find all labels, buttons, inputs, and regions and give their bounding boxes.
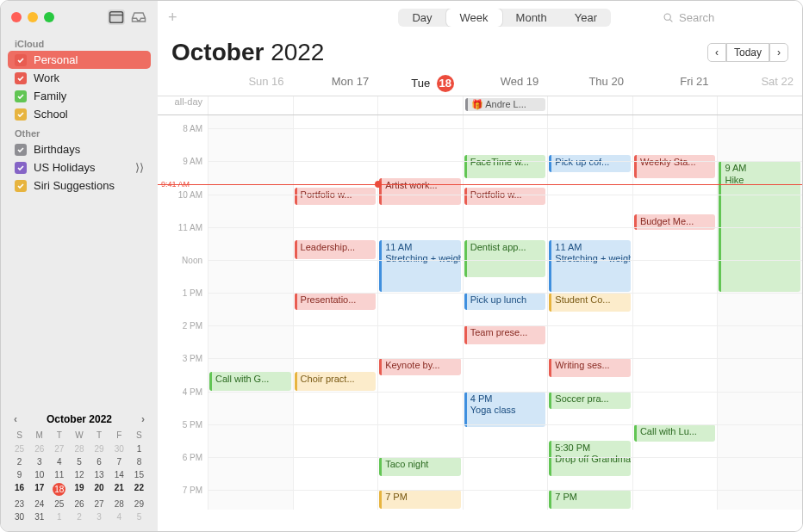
calendar-event[interactable]: Artist work...	[379, 178, 461, 205]
mini-cal-day[interactable]: 26	[29, 443, 49, 455]
day-column[interactable]: Weekly Sta...Budget Me...Call with Lu...	[632, 115, 718, 510]
mini-cal-day[interactable]: 29	[90, 443, 109, 455]
day-header[interactable]: Mon 17	[293, 75, 378, 92]
mini-cal-day[interactable]: 2	[69, 511, 89, 523]
mini-cal-day[interactable]: 5	[69, 456, 89, 467]
mini-cal-day[interactable]: 18	[49, 482, 69, 497]
mini-cal-day[interactable]: 21	[109, 482, 129, 497]
allday-cell[interactable]	[547, 96, 632, 114]
calendar-checkbox[interactable]	[15, 54, 27, 66]
mini-cal-next-button[interactable]: ›	[137, 413, 149, 425]
mini-cal-day[interactable]: 16	[9, 482, 29, 497]
day-header[interactable]: Thu 20	[547, 75, 632, 92]
calendar-event[interactable]: Team prese...	[464, 325, 546, 344]
calendar-event[interactable]: Dentist app...	[464, 240, 546, 277]
calendar-event[interactable]: Portfolio w...	[464, 188, 546, 205]
calendar-event[interactable]: Pick up lunch	[464, 293, 546, 310]
mini-cal-day[interactable]: 19	[69, 482, 89, 497]
calendar-event[interactable]: Portfolio w...	[295, 188, 377, 205]
mini-cal-day[interactable]: 11	[49, 469, 69, 480]
calendar-checkbox[interactable]	[15, 72, 27, 84]
mini-cal-day[interactable]: 15	[129, 469, 149, 480]
inbox-icon[interactable]	[130, 9, 147, 25]
mini-cal-day[interactable]: 17	[29, 482, 49, 497]
calendar-event[interactable]: 7 PM	[549, 490, 631, 509]
mini-cal-day[interactable]: 27	[90, 498, 109, 510]
calendar-list-item[interactable]: School	[8, 105, 151, 123]
mini-cal-day[interactable]: 24	[29, 498, 49, 510]
calendar-event[interactable]: Choir pract...	[295, 372, 377, 391]
day-column[interactable]: Portfolio w...Leadership...Presentatio..…	[293, 115, 378, 510]
calendar-event[interactable]: Keynote by...	[379, 358, 461, 375]
day-column[interactable]: Call with G...	[208, 115, 293, 510]
day-header[interactable]: Tue 18	[377, 75, 463, 92]
mini-cal-day[interactable]: 10	[29, 469, 49, 480]
mini-cal-day[interactable]: 30	[9, 511, 29, 523]
day-column[interactable]: FaceTime w...Portfolio w...Dentist app..…	[463, 115, 548, 510]
mini-cal-day[interactable]: 30	[109, 443, 129, 455]
calendar-event[interactable]: FaceTime w...	[464, 155, 546, 179]
calendar-event[interactable]: 11 AMStretching + weights	[379, 240, 461, 292]
day-column[interactable]: Artist work...11 AMStretching + weightsK…	[377, 115, 463, 510]
view-month-button[interactable]: Month	[502, 9, 561, 27]
week-grid[interactable]: 8 AM9 AM10 AM11 AMNoon1 PM2 PM3 PM4 PM5 …	[158, 115, 802, 510]
fullscreen-window-button[interactable]	[44, 12, 54, 22]
mini-cal-day[interactable]: 12	[69, 469, 89, 480]
day-header[interactable]: Sat 22	[717, 75, 802, 92]
calendar-event[interactable]: Soccer pra...	[549, 392, 631, 409]
mini-cal-day[interactable]: 8	[129, 456, 149, 467]
mini-cal-day[interactable]: 5	[129, 511, 149, 523]
mini-cal-day[interactable]: 31	[29, 511, 49, 523]
mini-cal-day[interactable]: 25	[9, 443, 29, 455]
calendar-checkbox[interactable]	[15, 90, 27, 102]
calendar-list-item[interactable]: Birthdays	[8, 140, 151, 158]
next-week-button[interactable]: ›	[769, 43, 788, 62]
mini-cal-prev-button[interactable]: ‹	[9, 413, 22, 425]
mini-cal-day[interactable]: 26	[69, 498, 89, 510]
mini-cal-day[interactable]: 23	[9, 498, 29, 510]
allday-cell[interactable]	[717, 96, 802, 114]
minimize-window-button[interactable]	[28, 12, 38, 22]
mini-cal-day[interactable]: 7	[109, 456, 129, 467]
prev-week-button[interactable]: ‹	[707, 43, 726, 62]
day-column[interactable]: Pick up cof...11 AMStretching + weightsS…	[547, 115, 632, 510]
mini-cal-day[interactable]: 13	[90, 469, 109, 480]
day-column[interactable]: 9 AMHike	[717, 115, 802, 510]
calendar-list-item[interactable]: Family	[8, 87, 151, 105]
calendar-checkbox[interactable]	[15, 180, 27, 192]
calendar-event[interactable]: 11 AMStretching + weights	[549, 240, 631, 292]
mini-cal-day[interactable]: 20	[90, 482, 109, 497]
mini-cal-day[interactable]: 2	[9, 456, 29, 467]
mini-cal-day[interactable]: 1	[129, 443, 149, 455]
mini-cal-day[interactable]: 28	[69, 443, 89, 455]
mini-cal-day[interactable]: 25	[49, 498, 69, 510]
calendar-event[interactable]: Call with Lu...	[634, 424, 716, 442]
mini-cal-day[interactable]: 9	[9, 469, 29, 480]
allday-cell[interactable]	[377, 96, 463, 114]
calendar-checkbox[interactable]	[15, 144, 27, 156]
allday-cell[interactable]: 🎁 Andre L...	[463, 96, 548, 114]
view-day-button[interactable]: Day	[398, 9, 445, 27]
mini-cal-day[interactable]: 4	[109, 511, 129, 523]
close-window-button[interactable]	[11, 12, 22, 22]
mini-cal-day[interactable]: 1	[49, 511, 69, 523]
view-year-button[interactable]: Year	[561, 9, 611, 27]
mini-cal-day[interactable]: 4	[49, 456, 69, 467]
calendar-event[interactable]: 5:30 PMDrop off Grandma...	[549, 441, 631, 476]
day-header[interactable]: Fri 21	[632, 75, 718, 92]
calendar-event[interactable]: Call with G...	[209, 372, 291, 391]
search-input[interactable]: Search	[663, 11, 792, 24]
day-header[interactable]: Wed 19	[463, 75, 548, 92]
mini-cal-day[interactable]: 22	[129, 482, 149, 497]
mini-cal-day[interactable]: 14	[109, 469, 129, 480]
calendar-event[interactable]: Taco night	[379, 457, 461, 476]
mini-cal-day[interactable]: 27	[49, 443, 69, 455]
allday-cell[interactable]	[293, 96, 378, 114]
calendar-event[interactable]: Pick up cof...	[549, 155, 631, 172]
calendar-event[interactable]: Presentatio...	[295, 293, 377, 310]
calendar-event[interactable]: Student Co...	[549, 293, 631, 312]
today-button[interactable]: Today	[726, 43, 769, 62]
allday-cell[interactable]	[632, 96, 718, 114]
calendar-list-item[interactable]: Siri Suggestions	[8, 176, 151, 195]
calendar-event[interactable]: Weekly Sta...	[634, 155, 716, 179]
